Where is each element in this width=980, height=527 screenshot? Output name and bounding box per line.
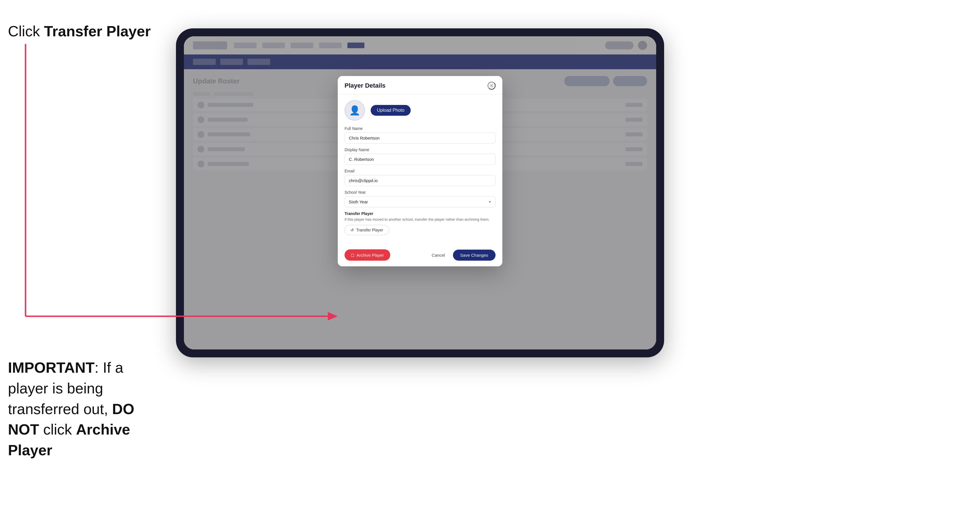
transfer-player-title: Transfer Player: [345, 211, 496, 216]
footer-right: Cancel Save Changes: [427, 249, 496, 261]
transfer-icon: ↺: [350, 228, 354, 232]
full-name-group: Full Name: [345, 126, 496, 143]
tablet-device: Update Roster: [176, 29, 664, 357]
instruction-top-prefix: Click: [8, 23, 44, 40]
transfer-player-section: Transfer Player If this player has moved…: [345, 211, 496, 235]
archive-player-button[interactable]: ◻ Archive Player: [345, 249, 390, 261]
email-label: Email: [345, 169, 496, 173]
avatar-section: 👤 Upload Photo: [345, 100, 496, 121]
modal-title: Player Details: [345, 82, 385, 89]
save-changes-button[interactable]: Save Changes: [453, 249, 496, 261]
cancel-button[interactable]: Cancel: [427, 250, 450, 260]
full-name-label: Full Name: [345, 126, 496, 131]
full-name-input[interactable]: [345, 132, 496, 143]
instruction-top: Click Transfer Player: [8, 23, 151, 40]
school-year-select[interactable]: First Year Second Year Third Year Fourth…: [345, 196, 496, 207]
display-name-input[interactable]: [345, 154, 496, 165]
archive-button-label: Archive Player: [356, 253, 384, 257]
display-name-group: Display Name: [345, 148, 496, 165]
avatar-circle: 👤: [345, 100, 365, 121]
modal-body: 👤 Upload Photo Full Name Display Name: [338, 94, 502, 245]
instruction-bottom: IMPORTANT: If a player is being transfer…: [8, 357, 161, 460]
school-year-select-wrapper: First Year Second Year Third Year Fourth…: [345, 196, 496, 207]
transfer-player-description: If this player has moved to another scho…: [345, 217, 496, 222]
email-input[interactable]: [345, 175, 496, 186]
modal-overlay: Player Details × 👤 Upload Photo Full Nam…: [184, 36, 656, 349]
modal-header: Player Details ×: [338, 76, 502, 94]
instruction-bottom-text2: click: [39, 421, 76, 438]
display-name-label: Display Name: [345, 148, 496, 152]
school-year-group: School Year First Year Second Year Third…: [345, 190, 496, 207]
modal-footer: ◻ Archive Player Cancel Save Changes: [338, 245, 502, 266]
school-year-label: School Year: [345, 190, 496, 195]
email-group: Email: [345, 169, 496, 186]
transfer-player-button[interactable]: ↺ Transfer Player: [345, 225, 389, 235]
upload-photo-button[interactable]: Upload Photo: [371, 105, 410, 116]
player-details-modal: Player Details × 👤 Upload Photo Full Nam…: [338, 76, 502, 266]
user-icon: 👤: [349, 105, 360, 116]
transfer-button-label: Transfer Player: [356, 228, 383, 232]
archive-icon: ◻: [351, 252, 354, 257]
modal-close-button[interactable]: ×: [488, 82, 496, 90]
important-label: IMPORTANT: [8, 359, 94, 376]
tablet-screen: Update Roster: [184, 36, 656, 349]
instruction-top-bold: Transfer Player: [44, 23, 151, 40]
